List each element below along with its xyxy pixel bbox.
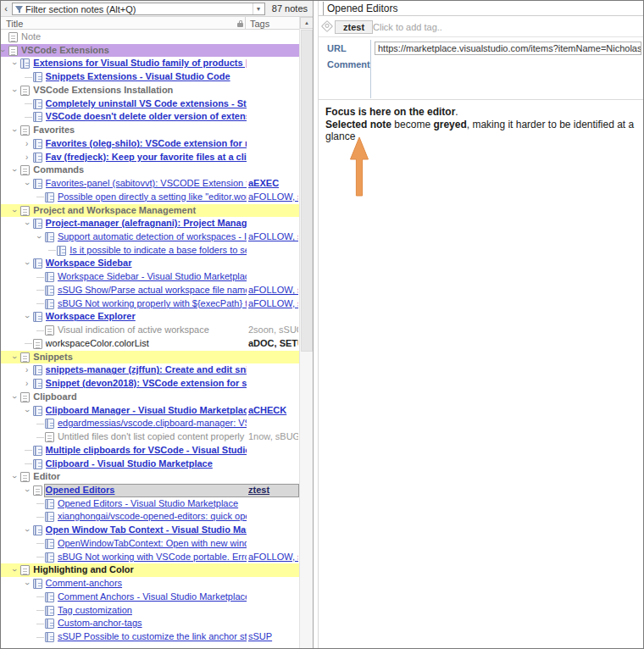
expand-arrow-icon[interactable]: › <box>23 377 31 391</box>
tree-row[interactable]: Comment Anchors - Visual Studio Marketpl… <box>1 591 299 604</box>
tree-row[interactable]: ›Workspace Explorer <box>1 310 299 324</box>
note-title[interactable]: Opened Editors <box>327 3 397 14</box>
note-title-cell[interactable]: Tag customization <box>58 604 247 618</box>
collapse-arrow-icon[interactable]: › <box>20 259 34 268</box>
note-title-cell[interactable]: Clipboard Manager - Visual Studio Market… <box>46 404 247 418</box>
collapse-arrow-icon[interactable]: › <box>8 352 21 361</box>
tree-row[interactable]: ›Support automatic detection of workspac… <box>1 230 299 244</box>
url-field[interactable]: https://marketplace.visualstudio.com/ite… <box>375 42 641 55</box>
tree-row[interactable]: ›Editor <box>1 470 299 484</box>
collapse-arrow-icon[interactable]: › <box>8 126 21 135</box>
collapse-arrow-icon[interactable]: › <box>8 206 21 214</box>
note-title-cell[interactable]: Completely uninstall VS Code extensions … <box>46 97 247 111</box>
back-chevron-button[interactable]: ‹ <box>2 3 10 15</box>
note-title-cell[interactable]: Comment-anchors <box>46 577 247 591</box>
collapse-arrow-icon[interactable]: › <box>20 486 34 495</box>
note-title-cell[interactable]: Workspace Explorer <box>46 310 247 324</box>
note-tags-cell[interactable]: sSUP <box>248 630 298 644</box>
tree-row[interactable]: ›Snippets <box>1 351 299 364</box>
column-divider[interactable] <box>245 17 246 30</box>
collapse-arrow-icon[interactable]: › <box>20 526 34 535</box>
note-tags-cell[interactable]: aFOLLOW, s... <box>248 230 298 244</box>
column-header-title[interactable]: Title <box>6 19 23 29</box>
note-title-cell[interactable]: sBUG Not working with VSCode portable. E… <box>58 551 247 564</box>
tree-row[interactable]: ›VSCode Extensions <box>1 44 299 58</box>
collapse-arrow-icon[interactable]: › <box>20 580 34 588</box>
tree-row[interactable]: sSUP Possible to customize the link anch… <box>1 630 299 644</box>
column-header-tags[interactable]: Tags <box>250 19 269 29</box>
note-tags-cell[interactable]: aEXEC <box>248 177 298 191</box>
note-title-cell[interactable]: Custom-anchor-tags <box>58 617 247 630</box>
collapse-arrow-icon[interactable]: › <box>20 406 34 414</box>
note-title-cell[interactable]: Possible open directly a setting like "e… <box>58 191 247 204</box>
tree-row[interactable]: Custom-anchor-tags <box>1 617 299 630</box>
expand-arrow-icon[interactable]: › <box>23 363 31 377</box>
note-title-cell[interactable]: sBUG Not working properly with ${execPat… <box>58 297 247 311</box>
scrollbar-thumb[interactable] <box>301 30 313 352</box>
tree-row[interactable]: Clipboard - Visual Studio Marketplace <box>1 458 299 471</box>
collapse-arrow-icon[interactable]: › <box>20 313 34 321</box>
tree-row[interactable]: ›Favorites-panel (sabitovvt): VSCODE Ext… <box>1 177 299 191</box>
note-title-cell[interactable]: sSUG Show/Parse actual workspace file na… <box>58 284 247 297</box>
collapse-arrow-icon[interactable]: › <box>8 566 21 574</box>
note-title-cell[interactable]: Snippets Extensions - Visual Studio Code <box>46 70 247 84</box>
tree-row[interactable]: workspaceColor.colorListaDOC, SETUC <box>1 337 299 351</box>
tree-row[interactable]: sBUG Not working with VSCode portable. E… <box>1 551 299 564</box>
expand-arrow-icon[interactable]: › <box>23 151 31 164</box>
note-title-cell[interactable]: Open Window Tab Context - Visual Studio … <box>46 524 247 537</box>
collapse-arrow-icon[interactable]: › <box>20 180 34 188</box>
tree-row[interactable]: ›Clipboard Manager - Visual Studio Marke… <box>1 404 299 418</box>
tree-row[interactable]: Completely uninstall VS Code extensions … <box>1 97 299 111</box>
note-title-cell[interactable]: OpenWindowTabContext: Open with new wind… <box>58 537 247 551</box>
note-title-cell[interactable]: VSCode doesn't delete older version of e… <box>46 110 247 124</box>
note-title-cell[interactable]: Snippet (devon2018): VSCode extension fo… <box>46 377 247 391</box>
scroll-up-button[interactable]: ▲ <box>300 17 314 29</box>
collapse-arrow-icon[interactable]: › <box>8 86 21 95</box>
tree-row[interactable]: sSUG Show/Parse actual workspace file na… <box>1 284 299 297</box>
tree-row[interactable]: edgardmessias/vscode.clipboard-manager: … <box>1 417 299 430</box>
note-title-cell[interactable]: Extensions for Visual Studio family of p… <box>33 57 247 70</box>
note-tags-cell[interactable]: aFOLLOW, s... <box>248 284 298 297</box>
note-title-cell[interactable]: Opened Editors <box>46 484 247 497</box>
note-title-cell[interactable]: edgardmessias/vscode.clipboard-manager: … <box>58 417 247 430</box>
tree-row[interactable]: Visual indication of active workspace2so… <box>1 324 299 337</box>
tree-row[interactable]: ›snippets-manager (zjffun): Create and e… <box>1 363 299 377</box>
tree-row[interactable]: ›Comment-anchors <box>1 577 299 591</box>
note-title-cell[interactable]: Comment Anchors - Visual Studio Marketpl… <box>58 591 247 604</box>
tree-row[interactable]: ›VSCode Extensions Installation <box>1 84 299 97</box>
tree-row[interactable]: ›Commands <box>1 164 299 177</box>
tree-row[interactable]: ›Snippet (devon2018): VSCode extension f… <box>1 377 299 391</box>
collapse-arrow-icon[interactable]: › <box>8 166 21 175</box>
tree-row[interactable]: ›Fav (fredjeck): Keep your favorite file… <box>1 151 299 164</box>
tree-row[interactable]: ›Project and Workspace Management <box>1 204 299 218</box>
note-body-text[interactable]: Focus is here on the editor.Selected not… <box>325 106 640 143</box>
tree-row[interactable]: Is it possible to indicate a base folder… <box>1 244 299 258</box>
tree-row[interactable]: ›Extensions for Visual Studio family of … <box>1 57 299 70</box>
note-title-cell[interactable]: snippets-manager (zjffun): Create and ed… <box>46 363 247 377</box>
tag-chip-ztest[interactable]: ztest <box>335 20 373 34</box>
tree-row[interactable]: Tag customization <box>1 604 299 618</box>
collapse-arrow-icon[interactable]: › <box>8 393 21 402</box>
note-title-cell[interactable]: sSUP Possible to customize the link anch… <box>58 630 247 644</box>
collapse-arrow-icon[interactable]: › <box>20 219 34 228</box>
note-title-cell[interactable]: Favorites (oleg-shilo): VSCode extension… <box>46 137 247 151</box>
note-title-cell[interactable]: Is it possible to indicate a base folder… <box>69 244 247 258</box>
note-title-cell[interactable]: Clipboard - Visual Studio Marketplace <box>46 458 247 471</box>
collapse-arrow-icon[interactable]: › <box>32 233 46 241</box>
collapse-arrow-icon[interactable]: › <box>8 59 21 68</box>
tree-row[interactable]: ›Favorites (oleg-shilo): VSCode extensio… <box>1 137 299 151</box>
tree-row[interactable]: Snippets Extensions - Visual Studio Code <box>1 70 299 84</box>
collapse-arrow-icon[interactable]: › <box>8 473 21 481</box>
note-tags-cell[interactable]: aCHECK <box>248 404 298 418</box>
add-tag-input[interactable]: Click to add tag.. <box>373 22 442 32</box>
tree-row[interactable]: VSCode doesn't delete older version of e… <box>1 110 299 124</box>
note-title-cell[interactable]: Support automatic detection of workspace… <box>58 230 247 244</box>
tree-row[interactable]: ›Workspace Sidebar <box>1 257 299 270</box>
tree-row[interactable]: ›Favorites <box>1 124 299 137</box>
tree-row[interactable]: ›Open Window Tab Context - Visual Studio… <box>1 524 299 537</box>
tree-row[interactable]: ›Highlighting and Color <box>1 563 299 577</box>
tree-row[interactable]: Note <box>1 31 299 44</box>
tree-row[interactable]: ›Project-manager (alefragnani): Project … <box>1 217 299 230</box>
note-tags-cell[interactable]: aFOLLOW, s... <box>248 551 298 564</box>
note-title-cell[interactable]: Project-manager (alefragnani): Project M… <box>46 217 247 230</box>
